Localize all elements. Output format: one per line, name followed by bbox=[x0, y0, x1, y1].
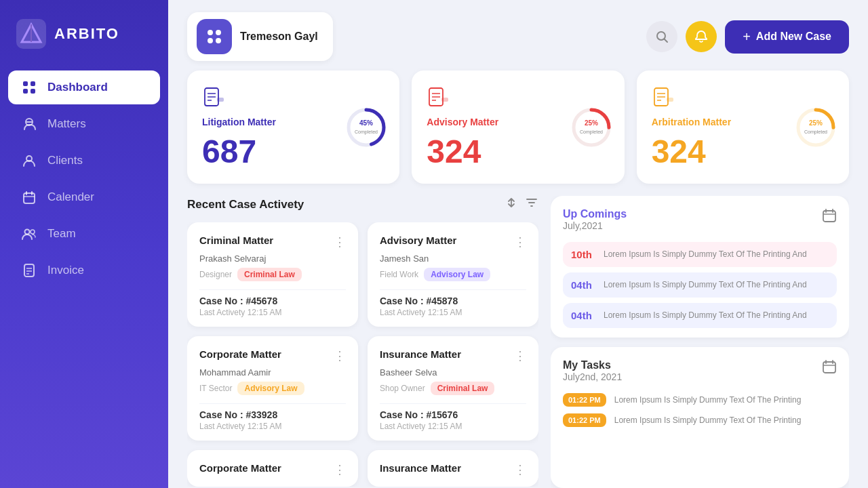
svg-rect-10 bbox=[24, 193, 35, 203]
sort-icon[interactable] bbox=[505, 196, 518, 213]
sidebar-item-label: Invoice bbox=[47, 264, 84, 277]
calender-icon bbox=[22, 190, 37, 205]
sidebar-item-team[interactable]: Team bbox=[8, 217, 160, 251]
case-tags-1: Field Work Advisory Law bbox=[380, 268, 526, 281]
svg-point-15 bbox=[31, 230, 35, 234]
notification-button[interactable] bbox=[686, 21, 717, 52]
event-date-0: 10th bbox=[571, 249, 595, 260]
team-icon bbox=[22, 226, 37, 241]
logo-icon bbox=[16, 19, 46, 49]
event-text-2: Lorem Ipsum Is Simply Dummy Text Of The … bbox=[604, 310, 807, 321]
svg-rect-35 bbox=[441, 98, 448, 102]
event-item-1: 04th Lorem Ipsum Is Simply Dummy Text Of… bbox=[563, 272, 837, 298]
case-role-1: Field Work bbox=[380, 270, 418, 279]
case-number-3: Case No : #15676 bbox=[380, 409, 526, 420]
case-activity-0: Last Activety 12:15 AM bbox=[199, 308, 346, 317]
case-tags-0: Designer Criminal Law bbox=[199, 268, 346, 281]
case-menu-3[interactable]: ⋮ bbox=[514, 348, 526, 363]
case-person-1: Jamesh San bbox=[380, 253, 526, 264]
case-card-header-5: Insurance Matter ⋮ bbox=[380, 462, 526, 477]
sidebar-item-invoice[interactable]: Invoice bbox=[8, 253, 160, 287]
main-content: Tremeson Gayl + Add New Case bbox=[168, 0, 868, 488]
add-case-label: Add New Case bbox=[756, 30, 831, 43]
svg-text:45%: 45% bbox=[359, 119, 373, 127]
case-title-2: Corporate Matter bbox=[199, 348, 281, 360]
svg-rect-26 bbox=[217, 98, 224, 102]
svg-rect-3 bbox=[23, 81, 28, 86]
search-button[interactable] bbox=[646, 21, 677, 52]
event-date-1: 04th bbox=[571, 279, 595, 291]
task-item-1: 01:22 PM Lorem Ipsum Is Simply Dummy Tex… bbox=[563, 413, 837, 427]
task-time-0: 01:22 PM bbox=[563, 393, 606, 407]
calendar-icon-upcomings bbox=[822, 208, 837, 226]
task-text-1: Lorem Ipsum Is Simply Dummy Text Of The … bbox=[614, 415, 802, 425]
sidebar-item-clients[interactable]: Clients bbox=[8, 144, 160, 178]
case-person-3: Basheer Selva bbox=[380, 367, 526, 378]
case-tag-3: Criminal Law bbox=[431, 382, 495, 395]
case-menu-1[interactable]: ⋮ bbox=[514, 235, 526, 249]
user-name: Tremeson Gayl bbox=[240, 30, 318, 43]
sidebar-item-matters[interactable]: Matters bbox=[8, 107, 160, 141]
svg-rect-6 bbox=[31, 89, 35, 94]
task-text-0: Lorem Ipsum Is Simply Dummy Text Of The … bbox=[614, 395, 802, 405]
case-role-2: IT Sector bbox=[199, 384, 232, 393]
stats-row: Litigation Matter 687 45% Completed Ad bbox=[168, 70, 868, 196]
case-menu-5[interactable]: ⋮ bbox=[514, 462, 526, 477]
invoice-icon bbox=[22, 263, 37, 278]
sidebar-nav: Dashboard Matters Clients bbox=[0, 70, 168, 287]
case-card-header-2: Corporate Matter ⋮ bbox=[199, 348, 346, 363]
add-case-button[interactable]: + Add New Case bbox=[725, 20, 849, 54]
right-panel: Up Comings July,2021 10th Lorem bbox=[551, 196, 849, 488]
case-title-5: Insurance Matter bbox=[380, 462, 461, 474]
svg-line-21 bbox=[665, 39, 668, 43]
case-card-2[interactable]: Corporate Matter ⋮ Mohammad Aamir IT Sec… bbox=[187, 336, 358, 441]
app-name: ARBITO bbox=[54, 25, 119, 43]
case-menu-0[interactable]: ⋮ bbox=[334, 235, 346, 249]
sidebar-item-label: Dashboard bbox=[47, 81, 108, 94]
case-card-header-0: Criminal Matter ⋮ bbox=[199, 235, 346, 249]
case-card-4[interactable]: Corporate Matter ⋮ bbox=[187, 450, 358, 487]
tasks-title: My Tasks bbox=[563, 359, 622, 371]
case-title-0: Criminal Matter bbox=[199, 235, 273, 246]
case-card-header-1: Advisory Matter ⋮ bbox=[380, 235, 526, 249]
case-tags-3: Shop Owner Criminal Law bbox=[380, 382, 526, 395]
case-card-3[interactable]: Insurance Matter ⋮ Basheer Selva Shop Ow… bbox=[368, 336, 538, 441]
dot2 bbox=[216, 30, 221, 35]
avatar-dots bbox=[208, 30, 221, 43]
sidebar-item-dashboard[interactable]: Dashboard bbox=[8, 70, 160, 104]
svg-rect-44 bbox=[667, 98, 673, 102]
case-number-0: Case No : #45678 bbox=[199, 296, 346, 306]
svg-text:Completed: Completed bbox=[355, 129, 378, 135]
svg-point-14 bbox=[25, 230, 30, 235]
case-title-4: Corporate Matter bbox=[199, 462, 281, 474]
case-card-5[interactable]: Insurance Matter ⋮ bbox=[368, 450, 538, 487]
search-icon bbox=[655, 30, 669, 43]
sidebar-item-calender[interactable]: Calender bbox=[8, 180, 160, 214]
svg-text:25%: 25% bbox=[809, 119, 823, 127]
sidebar: ARBITO Dashboard bbox=[0, 0, 168, 488]
case-tag-2: Advisory Law bbox=[237, 382, 304, 395]
case-card-0[interactable]: Criminal Matter ⋮ Prakash Selvaraj Desig… bbox=[187, 222, 358, 327]
case-menu-2[interactable]: ⋮ bbox=[334, 348, 346, 363]
upcomings-date: July,2021 bbox=[563, 220, 627, 231]
case-menu-4[interactable]: ⋮ bbox=[334, 462, 346, 477]
avatar bbox=[197, 19, 232, 54]
case-role-3: Shop Owner bbox=[380, 384, 425, 393]
cases-grid: Criminal Matter ⋮ Prakash Selvaraj Desig… bbox=[187, 222, 538, 487]
stat-circle-2: 25% Completed bbox=[795, 106, 837, 148]
case-card-header-3: Insurance Matter ⋮ bbox=[380, 348, 526, 363]
dashboard-icon bbox=[22, 80, 37, 95]
plus-icon: + bbox=[743, 29, 751, 45]
task-item-0: 01:22 PM Lorem Ipsum Is Simply Dummy Tex… bbox=[563, 393, 837, 407]
filter-icon[interactable] bbox=[525, 196, 538, 213]
tasks-header: My Tasks July2nd, 2021 bbox=[563, 359, 837, 390]
svg-rect-53 bbox=[823, 362, 835, 373]
upcomings-card: Up Comings July,2021 10th Lorem bbox=[551, 196, 849, 338]
cases-section-title: Recent Case Activety bbox=[187, 198, 304, 211]
case-card-1[interactable]: Advisory Matter ⋮ Jamesh San Field Work … bbox=[368, 222, 538, 327]
cases-section-header: Recent Case Activety bbox=[187, 196, 538, 213]
stat-card-arbitration: Arbitration Matter 324 25% Completed bbox=[637, 70, 849, 184]
stat-card-litigation: Litigation Matter 687 45% Completed bbox=[187, 70, 399, 184]
svg-rect-5 bbox=[23, 89, 28, 94]
case-title-1: Advisory Matter bbox=[380, 235, 456, 246]
